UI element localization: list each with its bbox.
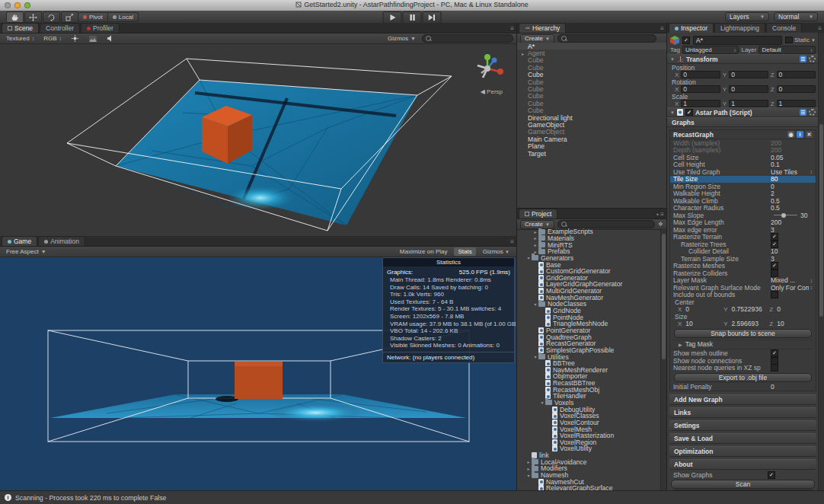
rotate-tool-button[interactable] (43, 11, 60, 23)
z-field[interactable]: 10 (775, 321, 813, 327)
scene-lighting-toggle[interactable] (68, 34, 82, 43)
inspector-field-row[interactable]: Show mesh outline (670, 350, 816, 358)
section-foldout[interactable]: Save & Load (669, 433, 816, 444)
hierarchy-item[interactable]: ▸ A* (517, 43, 666, 49)
expand-arrow-icon[interactable]: ▸ (525, 459, 532, 464)
panel-menu-icon[interactable]: ≡ (510, 238, 514, 245)
scene-search-input[interactable] (422, 34, 513, 43)
inspector-field-row[interactable]: Walkable Climb 0.5 ↕ (670, 197, 816, 205)
y-field[interactable]: 0.7522936 (730, 306, 768, 312)
maximize-on-play-toggle[interactable]: Maximize on Play (396, 247, 452, 256)
expand-arrow-icon[interactable]: ▾ (525, 255, 532, 260)
y-field[interactable]: 1 (729, 100, 768, 107)
y-field[interactable]: 0 (729, 85, 768, 93)
tab-animation[interactable]: Animation (38, 236, 85, 246)
tab-controller[interactable]: Controller (40, 23, 80, 33)
hierarchy-item[interactable]: ▸ Cube (517, 57, 666, 64)
graph-info-icon[interactable]: i (797, 131, 803, 138)
field-value[interactable]: Mixed ... (771, 276, 809, 284)
inspector-field-row[interactable]: Rasterize Terrain ↕ (670, 234, 816, 241)
local-toggle-button[interactable]: Local (108, 12, 139, 22)
inspector-field-row[interactable]: Collider Detail 10 ↕ (670, 248, 816, 256)
persp-label[interactable]: ◀ Persp (481, 88, 503, 95)
expand-arrow-icon[interactable]: ▾ (525, 473, 532, 478)
hierarchy-create-button[interactable]: Create▼ (520, 34, 554, 43)
graph-visibility-icon[interactable]: ◉ (787, 131, 794, 138)
expand-arrow-icon[interactable]: ▸ (522, 51, 528, 56)
tab-lightmapping[interactable]: Lightmapping (714, 23, 765, 33)
field-value[interactable]: 200 (771, 139, 813, 147)
panel-menu-icon[interactable]: ▪ ≡ (656, 211, 664, 218)
project-create-button[interactable]: Create▼ (520, 220, 554, 229)
expand-arrow-icon[interactable]: ▾ (532, 301, 538, 307)
hierarchy-item[interactable]: ▸ Cube (517, 100, 666, 107)
layer-dropdown[interactable]: Default↕ (759, 46, 816, 54)
expand-arrow-icon[interactable]: ▾ (532, 354, 538, 359)
game-gizmos-dropdown[interactable]: Gizmos ▼ (479, 247, 513, 256)
help-book-icon[interactable] (800, 109, 806, 116)
initial-penalty-row[interactable]: Initial Penalty 0 (670, 384, 816, 391)
project-item[interactable]: ▾ Utilities (517, 353, 661, 360)
scrollbar-thumb[interactable] (662, 234, 666, 360)
z-field[interactable]: 0 (777, 85, 816, 93)
scene-audio-toggle[interactable] (104, 34, 118, 43)
project-item[interactable]: ▸ Prefabs (517, 248, 661, 255)
field-value[interactable]: 0.05 (771, 154, 813, 161)
tab-console[interactable]: Console (766, 23, 802, 33)
project-item[interactable]: ▸ LocalAvoidance (517, 458, 661, 465)
field-value[interactable]: 10 (771, 247, 813, 255)
hierarchy-item[interactable]: ▸ GameObject (517, 129, 666, 136)
static-toggle[interactable]: Static▼ (785, 37, 816, 43)
z-field[interactable]: 0 (775, 306, 813, 312)
expand-arrow-icon[interactable]: ▾ (539, 400, 545, 405)
action-button[interactable]: Scan (671, 480, 815, 490)
inspector-field-row[interactable]: Rasterize Meshes ↕ (670, 263, 816, 270)
inspector-field-row[interactable]: Use Tiled Graph Use Tiles ↕ (670, 168, 816, 176)
project-item[interactable]: NavMeshRenderer (517, 366, 661, 373)
y-field[interactable]: 2.596693 (730, 321, 768, 327)
move-tool-button[interactable] (24, 11, 42, 23)
z-field[interactable]: 1 (777, 100, 816, 107)
project-item[interactable]: ▾ Generators (517, 255, 661, 262)
inspector-field-row[interactable]: Show node connections (670, 357, 816, 365)
inspector-field-row[interactable]: Tile Size 80 ↕ (670, 176, 816, 183)
panel-menu-icon[interactable]: ≡ (660, 25, 664, 32)
tab-hierarchy[interactable]: ≔Hierarchy (519, 23, 566, 33)
inspector-field-row[interactable]: Depth (samples) 200 ↕ (670, 147, 816, 155)
y-field[interactable]: 0 (729, 71, 768, 78)
x-field[interactable]: 1 (681, 100, 720, 107)
hierarchy-item[interactable]: ▸ Cube (517, 78, 666, 85)
color-mode-dropdown[interactable]: RGB↕ (40, 34, 65, 43)
field-checkbox[interactable] (771, 233, 778, 241)
project-item[interactable]: link (517, 452, 661, 459)
layers-dropdown[interactable]: Layers▼ (725, 12, 769, 21)
snap-bounds-button[interactable]: Snap bounds to scene (674, 329, 812, 339)
gear-icon[interactable] (809, 56, 816, 62)
inspector-field-row[interactable]: Width (samples) 200 ↕ (670, 139, 816, 147)
inspector-field-row[interactable]: Max edge error 3 ↕ (670, 226, 816, 234)
hierarchy-item[interactable]: ▸ Cube (517, 64, 666, 71)
inspector-field-row[interactable]: Cell Size 0.05 ↕ (670, 154, 816, 161)
hierarchy-search-input[interactable] (557, 34, 656, 43)
field-value[interactable]: Only For Completely Insid (771, 284, 809, 292)
gameobject-name-field[interactable]: A* (693, 36, 782, 45)
field-value[interactable]: 0 (771, 183, 813, 190)
inspector-field-row[interactable]: Min Region Size 0 ↕ (670, 183, 816, 190)
x-field[interactable]: 0 (681, 71, 720, 78)
active-checkbox[interactable]: ✓ (682, 37, 690, 44)
expand-arrow-icon[interactable]: ▸ (532, 242, 538, 247)
hierarchy-item[interactable]: ▸ Cube (517, 85, 666, 92)
help-book-icon[interactable] (800, 56, 806, 62)
field-value[interactable]: 3 (771, 226, 813, 234)
hierarchy-item[interactable]: ▸ GameObject (517, 121, 666, 128)
field-checkbox[interactable] (771, 270, 778, 277)
transform-header[interactable]: ▼ Transform (667, 54, 819, 64)
field-value[interactable]: 2 (771, 190, 813, 197)
field-checkbox[interactable] (771, 364, 778, 372)
scene-gizmos-dropdown[interactable]: Gizmos▼ (385, 34, 419, 43)
scene-skybox-toggle[interactable] (85, 34, 101, 43)
project-item[interactable]: RecastMeshObj (517, 386, 661, 393)
inspector-field-row[interactable]: Relevant Graph Surface Mode Only For Com… (670, 284, 816, 292)
foldout-arrow-icon[interactable]: ▼ (670, 57, 675, 62)
inspector-scrollbar[interactable] (818, 33, 824, 491)
